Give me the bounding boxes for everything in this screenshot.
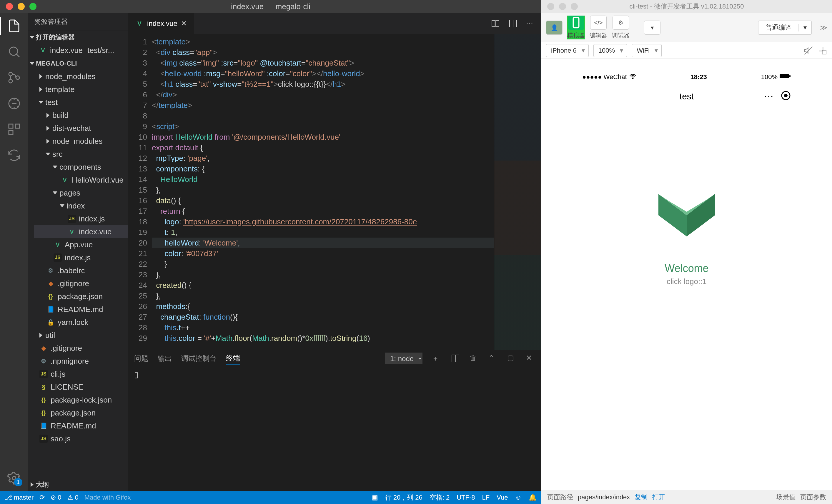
file-README.md[interactable]: 📘README.md bbox=[34, 419, 128, 432]
status-feedback-icon[interactable]: ☺ bbox=[515, 494, 522, 501]
device-select[interactable]: iPhone 6 bbox=[546, 44, 589, 57]
folder-node_modules[interactable]: node_modules bbox=[34, 70, 128, 83]
folder-components[interactable]: components bbox=[34, 161, 128, 174]
scene-label[interactable]: 场景值 bbox=[776, 493, 796, 502]
status-bell-icon[interactable]: 🔔 bbox=[529, 494, 537, 501]
maximize-window-button[interactable] bbox=[29, 3, 36, 10]
terminal-body[interactable]: ▯ bbox=[128, 367, 541, 491]
file-.gitignore[interactable]: ◆.gitignore bbox=[34, 277, 128, 290]
capsule-close-icon[interactable] bbox=[781, 90, 791, 103]
status-line-col[interactable]: 行 20，列 26 bbox=[385, 493, 422, 502]
panel-tab-terminal[interactable]: 终端 bbox=[226, 352, 240, 365]
panel-tab-output[interactable]: 输出 bbox=[158, 352, 172, 364]
avatar-button[interactable]: 👤 bbox=[546, 21, 563, 35]
file-tree: node_modulestemplatetestbuilddist-wechat… bbox=[28, 70, 128, 445]
folder-index[interactable]: index bbox=[34, 200, 128, 212]
file-README.md[interactable]: 📘README.md bbox=[34, 303, 128, 316]
mute-icon[interactable] bbox=[804, 46, 813, 55]
folder-src[interactable]: src bbox=[34, 148, 128, 161]
kill-terminal-icon[interactable]: 🗑 bbox=[470, 354, 479, 363]
click-counter-text: click logo::1 bbox=[667, 277, 707, 286]
maximize-panel-icon[interactable]: ▢ bbox=[507, 354, 517, 363]
status-eol[interactable]: LF bbox=[482, 494, 490, 501]
debug-icon[interactable] bbox=[7, 97, 21, 111]
file-sao.js[interactable]: JSsao.js bbox=[34, 432, 128, 445]
settings-gear-icon[interactable]: 1 bbox=[7, 471, 21, 485]
debugger-button[interactable]: ⚙调试器 bbox=[612, 16, 630, 39]
devtool-minimize-button[interactable] bbox=[559, 3, 566, 10]
explorer-icon[interactable] bbox=[7, 19, 21, 33]
simulator-button[interactable]: 模拟器 bbox=[567, 16, 585, 39]
status-errors[interactable]: ⊘ 0 bbox=[51, 494, 61, 501]
file-HelloWorld.vue[interactable]: VHelloWorld.vue bbox=[34, 174, 128, 186]
file-index.vue[interactable]: Vindex.vue bbox=[34, 225, 128, 238]
file-package.json[interactable]: {}package.json bbox=[34, 406, 128, 419]
file-package-lock.json[interactable]: {}package-lock.json bbox=[34, 393, 128, 406]
more-icon[interactable]: ⋯ bbox=[526, 19, 536, 28]
file-App.vue[interactable]: VApp.vue bbox=[34, 238, 128, 251]
file-.npmignore[interactable]: ⚙.npmignore bbox=[34, 355, 128, 368]
search-icon[interactable] bbox=[7, 45, 21, 59]
file-yarn.lock[interactable]: 🔒yarn.lock bbox=[34, 316, 128, 329]
app-logo[interactable] bbox=[651, 180, 722, 250]
panel-tab-problems[interactable]: 问题 bbox=[134, 352, 148, 364]
folder-build[interactable]: build bbox=[34, 109, 128, 122]
file-.babelrc[interactable]: ⚙.babelrc bbox=[34, 264, 128, 277]
status-language[interactable]: Vue bbox=[497, 494, 508, 501]
file-index.js[interactable]: JSindex.js bbox=[34, 251, 128, 264]
status-warnings[interactable]: ⚠ 0 bbox=[68, 494, 79, 501]
open-editors-section[interactable]: 打开的编辑器 bbox=[28, 31, 128, 44]
file-.gitignore[interactable]: ◆.gitignore bbox=[34, 342, 128, 355]
file-package.json[interactable]: {}package.json bbox=[34, 290, 128, 303]
tab-index-vue[interactable]: V index.vue ✕ bbox=[128, 13, 194, 34]
open-editor-item[interactable]: V index.vue test/sr... bbox=[28, 44, 128, 57]
code-editor[interactable]: 1234567891011121314151617181920212223242… bbox=[128, 34, 541, 350]
code-content[interactable]: <template> <div class="app"> <img class=… bbox=[152, 34, 494, 350]
close-tab-icon[interactable]: ✕ bbox=[181, 19, 187, 28]
panel-up-icon[interactable]: ⌃ bbox=[488, 354, 498, 363]
outline-section[interactable]: 大纲 bbox=[28, 478, 128, 491]
network-select[interactable]: WiFi bbox=[632, 44, 662, 57]
open-link[interactable]: 打开 bbox=[652, 493, 665, 502]
terminal-task-select[interactable]: 1: node bbox=[385, 352, 422, 364]
devtool-maximize-button[interactable] bbox=[571, 3, 578, 10]
split-editor-icon[interactable] bbox=[509, 19, 518, 28]
project-section[interactable]: MEGALO-CLI bbox=[28, 57, 128, 70]
folder-pages[interactable]: pages bbox=[34, 186, 128, 200]
params-label[interactable]: 页面参数 bbox=[800, 493, 826, 502]
status-branch[interactable]: ⎇ master bbox=[5, 494, 33, 501]
new-terminal-icon[interactable]: ＋ bbox=[432, 354, 441, 363]
close-panel-icon[interactable]: ✕ bbox=[526, 354, 536, 363]
folder-test[interactable]: test bbox=[34, 96, 128, 109]
folder-util[interactable]: util bbox=[34, 329, 128, 342]
minimap[interactable] bbox=[494, 34, 541, 350]
file-index.js[interactable]: JSindex.js bbox=[34, 212, 128, 225]
compare-icon[interactable] bbox=[491, 19, 500, 28]
sync-icon[interactable] bbox=[7, 148, 21, 162]
expand-toolbar-icon[interactable]: ≫ bbox=[820, 24, 827, 32]
folder-dist-wechat[interactable]: dist-wechat bbox=[34, 122, 128, 135]
phone-content[interactable]: Welcome click logo::1 bbox=[576, 109, 797, 490]
close-window-button[interactable] bbox=[6, 3, 13, 10]
zoom-select[interactable]: 100% bbox=[593, 44, 627, 57]
panel-tab-debug[interactable]: 调试控制台 bbox=[181, 352, 216, 364]
file-cli.js[interactable]: JScli.js bbox=[34, 368, 128, 380]
extensions-icon[interactable] bbox=[7, 122, 21, 136]
capsule-menu-icon[interactable]: ⋯ bbox=[764, 91, 774, 102]
source-control-icon[interactable] bbox=[7, 71, 21, 85]
file-LICENSE[interactable]: §LICENSE bbox=[34, 380, 128, 393]
folder-node_modules[interactable]: node_modules bbox=[34, 135, 128, 148]
minimize-window-button[interactable] bbox=[18, 3, 25, 10]
editor-button[interactable]: </>编辑器 bbox=[590, 16, 607, 39]
devtool-close-button[interactable] bbox=[547, 3, 554, 10]
status-broadcast-icon[interactable]: ▣ bbox=[372, 494, 378, 501]
split-terminal-icon[interactable] bbox=[451, 354, 460, 363]
detach-icon[interactable] bbox=[818, 46, 827, 55]
status-spaces[interactable]: 空格: 2 bbox=[430, 493, 449, 502]
toolbar-dropdown[interactable]: ▾ bbox=[644, 21, 660, 35]
status-encoding[interactable]: UTF-8 bbox=[457, 494, 475, 501]
copy-link[interactable]: 复制 bbox=[634, 493, 648, 502]
folder-template[interactable]: template bbox=[34, 83, 128, 96]
status-sync[interactable]: ⟳ bbox=[40, 494, 45, 501]
compile-select[interactable]: 普通编译▾ bbox=[758, 21, 812, 35]
